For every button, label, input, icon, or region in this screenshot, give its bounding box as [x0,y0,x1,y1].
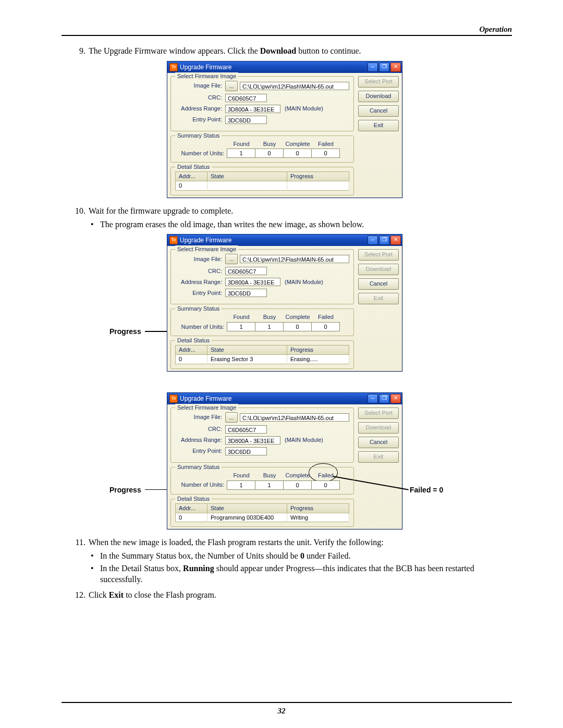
close-button[interactable]: ✕ [390,236,401,245]
detail-status-legend: Detail Status [175,337,212,344]
callout-line [145,489,167,490]
table-row[interactable]: 0Programming 003DE400Writing [176,513,349,522]
header-rule [62,35,512,36]
summary-status-legend: Summary Status [175,132,222,140]
entry-point-field: 3DC6DD [225,116,267,124]
callout-line [145,331,167,332]
browse-button[interactable]: ... [225,81,238,91]
crc-label: CRC: [175,94,225,102]
browse-button[interactable]: ... [225,254,238,264]
detail-table: Addr...StateProgress 0Erasing Sector 3Er… [175,345,349,364]
image-file-label: Image File: [175,82,225,90]
dialog-title: Upgrade Firmware [180,236,231,244]
minimize-button[interactable]: – [368,394,378,403]
failed-header: Failed [312,313,340,322]
step-10-number: 10. [71,205,85,217]
crc-field: C6D605C7 [225,267,267,275]
busy-value: 0 [255,149,284,158]
cancel-button[interactable]: Cancel [358,105,399,117]
select-port-button[interactable]: Select Port [358,249,399,261]
progress-col[interactable]: Progress [287,172,349,181]
upgrade-firmware-dialog: Te Upgrade Firmware – ❐ ✕ Select Firmwar… [167,61,402,199]
address-range-field: 3D800A - 3E31EE [225,278,280,286]
entry-point-label: Entry Point: [175,447,225,455]
image-file-input[interactable]: C:\LOL\pwr\m12\Flash\MAIN-65.out [240,82,349,90]
state-col[interactable]: State [207,503,287,513]
step-10-bullet-1: The program erases the old image, than w… [89,219,512,230]
found-header: Found [227,472,255,480]
detail-table: Addr... State Progress 0 [175,171,349,191]
image-file-label: Image File: [175,255,225,263]
image-file-input[interactable]: C:\LOL\pwr\m12\Flash\MAIN-65.out [240,413,349,422]
app-icon: Te [169,63,178,71]
select-port-button[interactable]: Select Port [358,76,399,88]
progress-col[interactable]: Progress [287,503,349,513]
app-icon: Te [169,394,178,403]
module-label: (MAIN Module) [280,278,323,286]
select-image-legend: Select Firmware Image [175,404,238,412]
cancel-button[interactable]: Cancel [358,437,399,448]
progress-col[interactable]: Progress [287,346,349,355]
footer-rule [62,702,512,703]
failed-callout: Failed = 0 [410,485,443,495]
cancel-button[interactable]: Cancel [358,278,399,290]
address-range-label: Address Range: [175,278,225,286]
page-number: 32 [0,707,563,715]
address-range-label: Address Range: [175,436,225,444]
complete-value: 0 [283,480,312,490]
step-11-bullet-2: In the Detail Status box, Running should… [89,563,512,585]
browse-button[interactable]: ... [225,412,238,423]
dialog-title: Upgrade Firmware [180,63,231,71]
entry-point-field: 3DC6DD [225,447,267,455]
download-button[interactable]: Download [358,264,399,275]
address-range-label: Address Range: [175,105,225,113]
table-row[interactable]: 0 [176,181,349,191]
maximize-button[interactable]: ❐ [379,63,389,72]
close-button[interactable]: ✕ [390,63,401,72]
step-9-number: 9. [71,45,85,57]
detail-status-legend: Detail Status [175,163,212,171]
exit-button[interactable]: Exit [358,451,399,463]
minimize-button[interactable]: – [368,236,378,245]
crc-label: CRC: [175,425,225,433]
exit-button[interactable]: Exit [358,120,399,131]
busy-header: Busy [255,472,284,480]
maximize-button[interactable]: ❐ [379,236,389,245]
minimize-button[interactable]: – [368,63,378,72]
module-label: (MAIN Module) [280,436,323,444]
download-button[interactable]: Download [358,422,399,434]
step-11-number: 11. [71,537,85,548]
maximize-button[interactable]: ❐ [379,394,389,403]
close-button[interactable]: ✕ [390,394,401,403]
addr-col[interactable]: Addr... [176,346,207,355]
addr-col[interactable]: Addr... [176,503,207,513]
image-file-label: Image File: [175,413,225,421]
entry-point-label: Entry Point: [175,289,225,297]
upgrade-firmware-dialog: Te Upgrade Firmware – ❐ ✕ Select Firmwar… [167,392,402,530]
dialog-titlebar[interactable]: Te Upgrade Firmware – ❐ ✕ [167,235,402,246]
select-image-legend: Select Firmware Image [175,245,238,253]
busy-header: Busy [255,313,284,322]
exit-button[interactable]: Exit [358,293,399,304]
step-10-text: Wait for the firmware upgrade to complet… [89,206,233,215]
busy-value: 1 [255,480,284,490]
table-row[interactable]: 0Erasing Sector 3Erasing..... [176,355,349,364]
progress-callout: Progress [109,327,141,337]
failed-value: 0 [311,322,340,331]
image-file-input[interactable]: C:\LOL\pwr\m12\Flash\MAIN-65.out [240,255,349,263]
entry-point-label: Entry Point: [175,116,225,124]
state-col[interactable]: State [207,346,287,355]
addr-col[interactable]: Addr... [176,172,207,181]
complete-value: 0 [283,322,312,331]
number-of-units-label: Number of Units: [175,323,227,331]
select-port-button[interactable]: Select Port [358,408,399,419]
download-button[interactable]: Download [358,91,399,102]
busy-header: Busy [255,140,284,149]
crc-field: C6D605C7 [225,425,267,434]
state-col[interactable]: State [207,172,287,181]
complete-header: Complete [284,472,312,480]
dialog-titlebar[interactable]: Te Upgrade Firmware – ❐ ✕ [167,61,402,73]
dialog-titlebar[interactable]: Te Upgrade Firmware – ❐ ✕ [167,393,402,404]
detail-table: Addr...StateProgress 0Programming 003DE4… [175,503,349,523]
select-image-legend: Select Firmware Image [175,72,238,80]
